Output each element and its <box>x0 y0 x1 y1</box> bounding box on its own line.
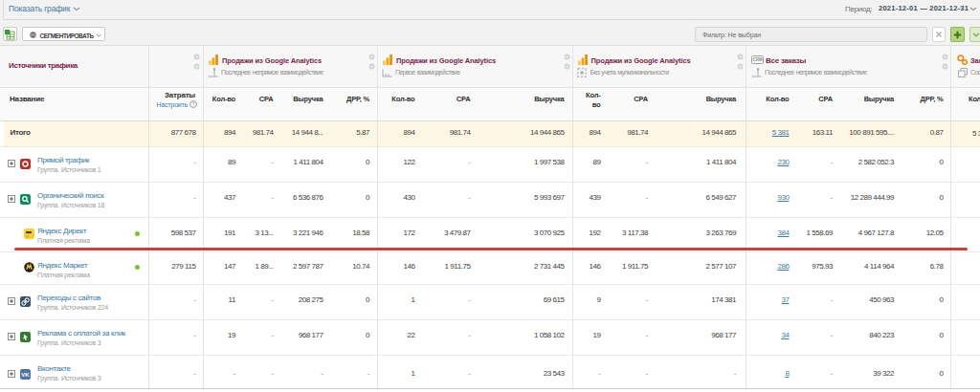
svg-text:VK: VK <box>21 372 30 378</box>
